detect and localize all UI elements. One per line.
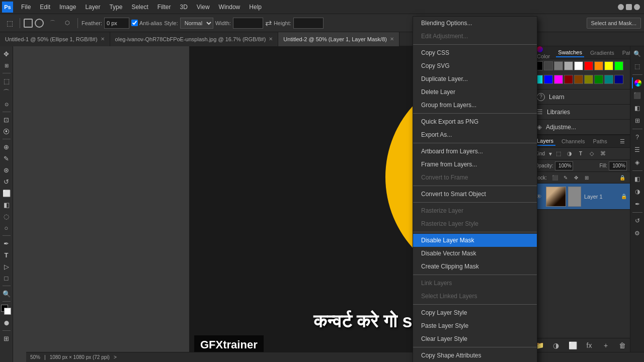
swatch-red[interactable] <box>584 61 593 70</box>
shape-ellipse-btn[interactable] <box>35 19 44 28</box>
artboard-tool[interactable]: ⊞ <box>1 60 12 71</box>
swatch-olive[interactable] <box>584 75 593 84</box>
swatch-navy[interactable] <box>614 75 623 84</box>
swatch-blue[interactable] <box>544 75 553 84</box>
shape-tool[interactable]: □ <box>1 273 12 284</box>
quick-mask-tool[interactable]: ⬤ <box>1 317 12 328</box>
swatch-teal[interactable] <box>604 75 613 84</box>
panel-icon-swatches[interactable]: ⬛ <box>632 90 643 101</box>
menu-3d[interactable]: 3D <box>176 2 191 12</box>
ctx-create-clipping-mask[interactable]: Create Clipping Mask <box>413 260 537 273</box>
pen-tool[interactable]: ✒ <box>1 238 12 249</box>
ctx-copy-css[interactable]: Copy CSS <box>413 46 537 59</box>
ctx-convert-smart-object[interactable]: Convert to Smart Object <box>413 188 537 201</box>
dodge-tool[interactable]: ○ <box>1 222 12 233</box>
path-select-tool[interactable]: ▷ <box>1 261 12 272</box>
add-mask-btn[interactable]: ⬜ <box>568 341 577 350</box>
tab-1-close[interactable]: ✕ <box>269 36 273 42</box>
swatch-white[interactable] <box>574 61 583 70</box>
shape-square-btn[interactable] <box>24 19 33 28</box>
panel-icon-history[interactable]: ↺ <box>632 215 643 226</box>
healing-brush-tool[interactable]: ⊕ <box>1 141 12 152</box>
swatch-gray[interactable] <box>554 61 563 70</box>
ctx-artboard-from-layers[interactable]: Artboard from Layers... <box>413 145 537 158</box>
tab-0[interactable]: Untitled-1 @ 50% (Ellipse 1, RGB/8#) ✕ <box>0 32 110 46</box>
ctx-group-from-layers[interactable]: Group from Layers... <box>413 99 537 112</box>
shape-lasso-btn[interactable]: ⌒ <box>46 17 59 30</box>
menu-image[interactable]: Image <box>55 2 80 12</box>
layer-item-0[interactable]: 👁 Layer 1 🔒 <box>532 184 630 210</box>
lock-all-icon[interactable]: 🔒 <box>618 173 627 182</box>
menu-view[interactable]: View <box>193 2 214 12</box>
history-brush-tool[interactable]: ↺ <box>1 176 12 187</box>
tab-2-close[interactable]: ✕ <box>390 36 394 42</box>
paths-tab[interactable]: Paths <box>591 137 609 145</box>
close-btn[interactable] <box>634 4 640 10</box>
eraser-tool[interactable]: ⬜ <box>1 188 12 199</box>
menu-window[interactable]: Window <box>215 2 245 12</box>
blur-tool[interactable]: ◌ <box>1 211 12 222</box>
layers-tab[interactable]: Layers <box>535 137 555 146</box>
kind-dropdown[interactable]: ▾ <box>549 150 552 157</box>
tab-2[interactable]: Untitled-2 @ 50% (Layer 1, Layer Mask/8)… <box>278 32 399 46</box>
menu-type[interactable]: Type <box>105 2 126 12</box>
style-select[interactable]: Normal <box>180 18 213 29</box>
gradient-tool[interactable]: ◧ <box>1 199 12 210</box>
anti-alias-checkbox[interactable] <box>131 20 138 26</box>
lock-artboard-icon[interactable]: ⊞ <box>582 173 591 182</box>
lock-image-icon[interactable]: ✎ <box>561 173 570 182</box>
panel-icon-adjustments[interactable]: ◈ <box>632 157 643 168</box>
eyedropper-tool[interactable]: ⦿ <box>1 126 12 137</box>
status-arrow[interactable]: > <box>114 354 117 360</box>
ctx-duplicate-layer[interactable]: Duplicate Layer... <box>413 72 537 85</box>
text-tool[interactable]: T <box>1 249 12 260</box>
menu-filter[interactable]: Filter <box>153 2 175 12</box>
width-input[interactable] <box>233 18 263 29</box>
minimize-btn[interactable] <box>618 4 624 10</box>
filter-pixel-icon[interactable]: ⬚ <box>554 149 563 158</box>
swatch-brown[interactable] <box>574 75 583 84</box>
filter-adjust-icon[interactable]: ◑ <box>565 149 574 158</box>
fill-input[interactable] <box>609 161 627 170</box>
filter-smart-icon[interactable]: ⌘ <box>598 149 607 158</box>
ctx-delete-layer[interactable]: Delete Layer <box>413 85 537 99</box>
lock-transparent-icon[interactable]: ⬛ <box>550 173 559 182</box>
swatch-yellow[interactable] <box>604 61 613 70</box>
lock-position-icon[interactable]: ✥ <box>572 173 581 182</box>
delete-layer-btn[interactable]: 🗑 <box>618 341 627 350</box>
ctx-disable-layer-mask[interactable]: Disable Layer Mask <box>413 234 537 247</box>
tab-0-close[interactable]: ✕ <box>101 36 105 42</box>
add-style-btn[interactable]: fx <box>585 341 594 350</box>
libraries-panel[interactable]: ☰ Libraries <box>532 105 630 120</box>
panel-icon-properties[interactable]: ⚙ <box>632 228 643 239</box>
filter-shape-icon[interactable]: ◇ <box>587 149 596 158</box>
clone-stamp-tool[interactable]: ⊛ <box>1 164 12 175</box>
filter-type-icon[interactable]: T <box>576 149 585 158</box>
panel-icon-gradients[interactable]: ◧ <box>632 103 643 114</box>
ctx-disable-vector-mask[interactable]: Disable Vector Mask <box>413 247 537 260</box>
brush-tool[interactable]: ✎ <box>1 153 12 164</box>
ctx-export-as[interactable]: Export As... <box>413 128 537 141</box>
lasso-tool[interactable]: ⌒ <box>1 87 12 98</box>
ctx-copy-shape-attrs[interactable]: Copy Shape Attributes <box>413 349 537 362</box>
layers-panel-menu-icon[interactable]: ☰ <box>618 137 627 146</box>
ctx-frame-from-layers[interactable]: Frame from Layers... <box>413 158 537 171</box>
ctx-paste-layer-style[interactable]: Paste Layer Style <box>413 319 537 332</box>
gradients-tab[interactable]: Gradients <box>588 49 616 57</box>
swatches-tab[interactable]: Swatches <box>556 48 584 57</box>
new-fill-layer-btn[interactable]: ◑ <box>551 341 560 350</box>
color-tab[interactable]: Color <box>535 45 552 60</box>
screen-mode-tool[interactable]: ⊞ <box>1 333 12 344</box>
select-mask-btn[interactable]: Select and Mask... <box>587 18 641 29</box>
new-layer-btn[interactable]: + <box>601 341 610 350</box>
shape-polygon-btn[interactable]: ⬡ <box>61 17 74 30</box>
move-tool[interactable]: ✥ <box>1 48 12 59</box>
swatch-dark-red[interactable] <box>564 75 573 84</box>
channels-tab[interactable]: Channels <box>559 137 587 145</box>
ctx-blending-options[interactable]: Blending Options... <box>413 17 537 30</box>
feather-input[interactable] <box>104 18 129 29</box>
menu-file[interactable]: File <box>17 2 35 12</box>
swatch-orange[interactable] <box>594 61 603 70</box>
menu-edit[interactable]: Edit <box>36 2 54 12</box>
tab-1[interactable]: oleg-ivanov-QhR78CbFPoE-unsplash.jpg @ 1… <box>110 32 279 46</box>
